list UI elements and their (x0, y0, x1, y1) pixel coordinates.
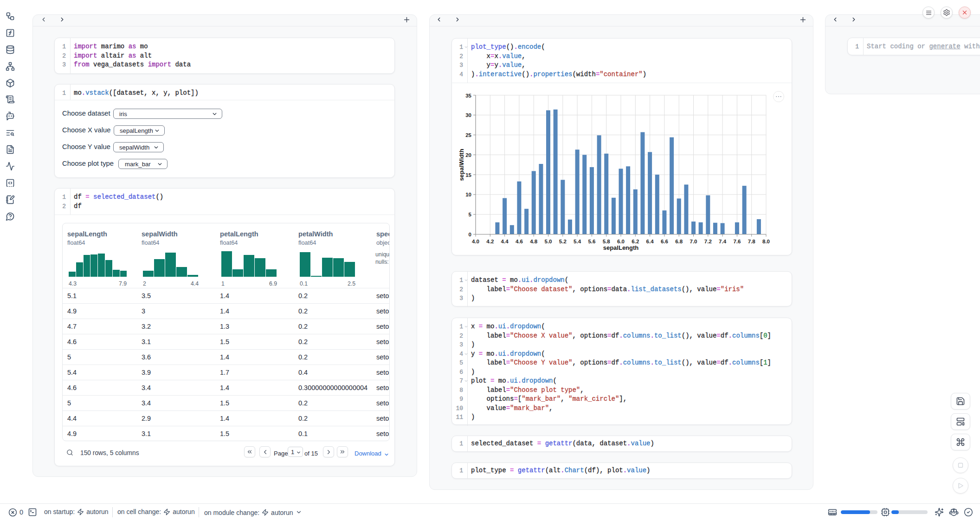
svg-text:7.4: 7.4 (719, 239, 727, 244)
svg-text:4.6: 4.6 (516, 239, 523, 244)
svg-text:30: 30 (465, 112, 471, 118)
svg-text:sepalLength: sepalLength (603, 244, 639, 251)
svg-text:4.0: 4.0 (472, 239, 479, 244)
svg-text:8.0: 8.0 (762, 239, 770, 244)
svg-text:25: 25 (465, 132, 471, 138)
svg-text:20: 20 (465, 152, 471, 158)
svg-text:6.6: 6.6 (661, 239, 668, 244)
svg-text:4.2: 4.2 (486, 239, 494, 244)
svg-text:7.2: 7.2 (704, 239, 712, 244)
svg-text:35: 35 (465, 93, 471, 98)
svg-text:6.2: 6.2 (632, 239, 639, 244)
svg-text:10: 10 (465, 192, 471, 197)
svg-text:6.4: 6.4 (646, 239, 654, 244)
svg-text:6.0: 6.0 (617, 239, 625, 244)
svg-text:5.6: 5.6 (588, 239, 595, 244)
svg-text:0: 0 (469, 232, 471, 237)
svg-text:15: 15 (465, 172, 471, 178)
svg-text:5: 5 (469, 212, 472, 217)
svg-text:5.2: 5.2 (559, 239, 567, 244)
svg-text:4.4: 4.4 (501, 239, 509, 244)
svg-text:5.4: 5.4 (574, 239, 581, 244)
svg-text:7.8: 7.8 (748, 239, 756, 244)
svg-text:6.8: 6.8 (675, 239, 683, 244)
svg-text:5.8: 5.8 (603, 239, 611, 244)
svg-text:7.6: 7.6 (733, 239, 741, 244)
svg-text:7.0: 7.0 (690, 239, 697, 244)
svg-text:5.0: 5.0 (545, 239, 552, 244)
svg-text:4.8: 4.8 (530, 239, 538, 244)
svg-text:sepalWidth: sepalWidth (458, 149, 465, 181)
